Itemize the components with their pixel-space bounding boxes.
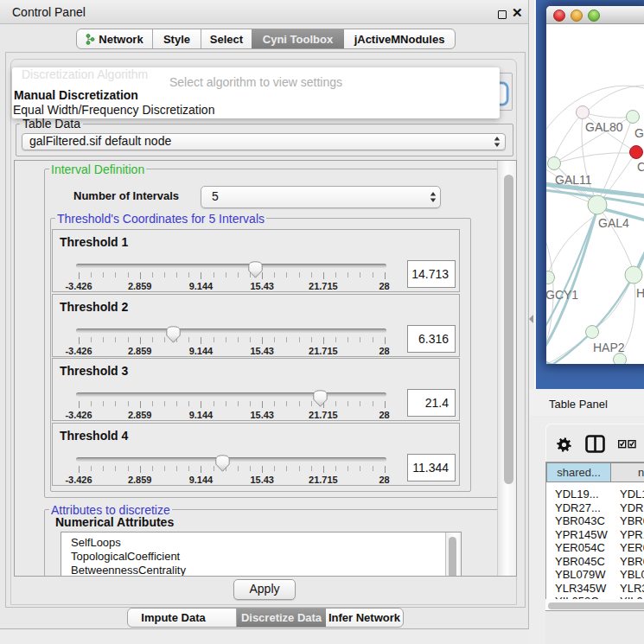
svg-text:HAP2: HAP2 [593,341,625,354]
svg-text:GAL80: GAL80 [585,120,623,134]
svg-text:GAL11: GAL11 [555,173,592,187]
svg-text:CA: CA [637,160,644,174]
svg-text:GCY1: GCY1 [546,288,578,302]
svg-text:GAL4: GAL4 [598,216,629,230]
svg-text:HI: HI [636,286,644,300]
svg-text:GA: GA [634,126,644,140]
